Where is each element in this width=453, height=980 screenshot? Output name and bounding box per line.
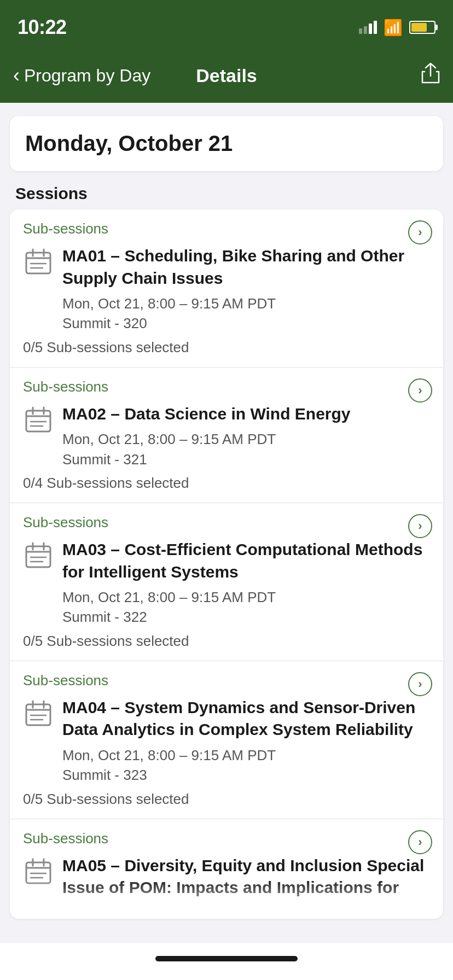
session-info-4: MA05 – Diversity, Equity and Inclusion S… <box>62 855 430 903</box>
session-title-1: MA02 – Data Science in Wind Energy <box>62 403 430 425</box>
session-time-1: Mon, Oct 21, 8:00 – 9:15 AM PDT <box>62 429 430 449</box>
session-location-1: Summit - 321 <box>62 450 430 469</box>
calendar-icon-3 <box>23 699 54 730</box>
session-chevron-4[interactable]: › <box>408 830 432 854</box>
sub-sessions-label-1: Sub-sessions <box>23 378 430 395</box>
calendar-icon-2 <box>23 541 54 571</box>
session-info-3: MA04 – System Dynamics and Sensor-Driven… <box>62 697 430 785</box>
session-time-0: Mon, Oct 21, 8:00 – 9:15 AM PDT <box>62 294 430 313</box>
sub-sessions-label-0: Sub-sessions <box>23 220 430 237</box>
back-chevron-icon: ‹ <box>13 66 20 85</box>
session-location-3: Summit - 323 <box>62 765 430 785</box>
home-indicator <box>155 956 298 961</box>
sub-sessions-label-2: Sub-sessions <box>23 514 430 531</box>
sessions-container: Sub-sessions › MA01 – Scheduling, Bike S… <box>10 209 443 919</box>
date-title: Monday, October 21 <box>25 131 233 155</box>
session-row-0: MA01 – Scheduling, Bike Sharing and Othe… <box>23 245 430 334</box>
battery-icon <box>409 21 435 34</box>
bottom-bar <box>0 943 453 980</box>
signal-icon <box>359 21 377 34</box>
session-info-1: MA02 – Data Science in Wind Energy Mon, … <box>62 403 430 469</box>
sessions-header: Sessions <box>0 171 453 209</box>
status-time: 10:22 <box>18 16 67 39</box>
session-item-4[interactable]: Sub-sessions › MA05 – Diversity, Equity … <box>10 819 443 919</box>
session-item-1[interactable]: Sub-sessions › MA02 – Data Science in Wi… <box>10 368 443 503</box>
date-card: Monday, October 21 <box>10 116 443 171</box>
session-selected-3: 0/5 Sub-sessions selected <box>23 791 430 808</box>
session-title-2: MA03 – Cost-Efficient Computational Meth… <box>62 539 430 583</box>
status-bar: 10:22 📶 <box>0 0 453 48</box>
calendar-icon-4 <box>23 857 54 888</box>
wifi-icon: 📶 <box>384 19 403 37</box>
session-time-2: Mon, Oct 21, 8:00 – 9:15 AM PDT <box>62 587 430 607</box>
session-location-0: Summit - 320 <box>62 313 430 333</box>
nav-title: Details <box>196 65 257 86</box>
session-title-3: MA04 – System Dynamics and Sensor-Driven… <box>62 697 430 741</box>
session-item-2[interactable]: Sub-sessions › MA03 – Cost-Efficient Com… <box>10 503 443 661</box>
session-title-0: MA01 – Scheduling, Bike Sharing and Othe… <box>62 245 430 289</box>
nav-back-button[interactable]: ‹ Program by Day <box>13 66 150 86</box>
session-row-1: MA02 – Data Science in Wind Energy Mon, … <box>23 403 430 469</box>
session-selected-1: 0/4 Sub-sessions selected <box>23 475 430 492</box>
session-location-2: Summit - 322 <box>62 607 430 627</box>
sub-sessions-label-3: Sub-sessions <box>23 672 430 689</box>
calendar-icon-0 <box>23 247 54 278</box>
calendar-icon-1 <box>23 405 54 436</box>
session-row-3: MA04 – System Dynamics and Sensor-Driven… <box>23 697 430 785</box>
session-row-4: MA05 – Diversity, Equity and Inclusion S… <box>23 855 430 903</box>
sub-sessions-label-4: Sub-sessions <box>23 830 430 847</box>
session-chevron-3[interactable]: › <box>408 672 432 696</box>
session-row-2: MA03 – Cost-Efficient Computational Meth… <box>23 539 430 627</box>
session-info-0: MA01 – Scheduling, Bike Sharing and Othe… <box>62 245 430 334</box>
session-chevron-2[interactable]: › <box>408 514 432 538</box>
nav-back-label: Program by Day <box>24 66 150 86</box>
share-button[interactable] <box>421 63 440 88</box>
session-chevron-0[interactable]: › <box>408 220 432 244</box>
session-selected-0: 0/5 Sub-sessions selected <box>23 339 430 356</box>
session-info-2: MA03 – Cost-Efficient Computational Meth… <box>62 539 430 627</box>
status-icons: 📶 <box>359 19 435 37</box>
session-item-0[interactable]: Sub-sessions › MA01 – Scheduling, Bike S… <box>10 209 443 368</box>
nav-bar: ‹ Program by Day Details <box>0 48 453 103</box>
session-selected-2: 0/5 Sub-sessions selected <box>23 633 430 650</box>
session-item-3[interactable]: Sub-sessions › MA04 – System Dynamics an… <box>10 661 443 819</box>
session-chevron-1[interactable]: › <box>408 378 432 402</box>
session-title-4: MA05 – Diversity, Equity and Inclusion S… <box>62 855 430 899</box>
session-time-3: Mon, Oct 21, 8:00 – 9:15 AM PDT <box>62 745 430 765</box>
